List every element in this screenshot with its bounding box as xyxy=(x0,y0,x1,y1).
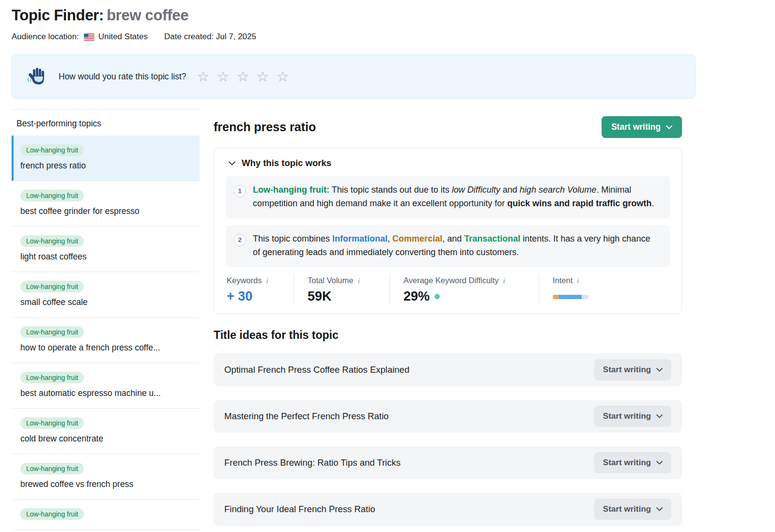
low-hanging-fruit-badge: Low-hanging fruit xyxy=(20,508,84,520)
topic-item-cold-brew-concentrate[interactable]: Low-hanging fruit cold brew concentrate xyxy=(12,409,200,454)
content-columns: Best-performing topics Low-hanging fruit… xyxy=(12,109,696,532)
topic-detail-title: french press ratio xyxy=(214,120,316,134)
topic-detail-panel: french press ratio Start writing Why thi… xyxy=(200,109,696,532)
audience-location-value: United States xyxy=(98,32,148,42)
page-title-query: brew coffee xyxy=(107,7,188,24)
low-hanging-fruit-badge: Low-hanging fruit xyxy=(20,235,84,247)
why-topic-works-header: Why this topic works xyxy=(226,158,670,168)
title-idea-row: Mastering the Perfect French Press Ratio… xyxy=(214,400,682,433)
rating-stars: ☆ ☆ ☆ ☆ ☆ xyxy=(197,70,289,84)
chevron-down-icon xyxy=(666,125,672,129)
start-writing-label: Start writing xyxy=(611,122,661,132)
stat-keywords-label: Keywords i xyxy=(227,276,282,285)
stat-intent-label: Intent i xyxy=(553,276,589,285)
title-idea-row: French Press Brewing: Ratio Tips and Tri… xyxy=(214,446,682,479)
intent-commercial-segment xyxy=(553,295,558,299)
low-hanging-fruit-badge: Low-hanging fruit xyxy=(20,190,84,201)
start-writing-idea-button[interactable]: Start writing xyxy=(594,359,671,380)
topic-item-brewed-vs-french-press[interactable]: Low-hanging fruit brewed coffee vs frenc… xyxy=(12,454,200,500)
chevron-down-icon xyxy=(656,507,663,511)
why-point-2-text: This topic combines Informational, Comme… xyxy=(253,232,659,259)
why-topic-works-title: Why this topic works xyxy=(242,158,331,168)
chevron-down-icon xyxy=(656,368,663,372)
topic-item-label: cold brew concentrate xyxy=(20,434,193,444)
rating-banner: How would you rate this topic list? ☆ ☆ … xyxy=(12,54,696,99)
chevron-down-icon xyxy=(656,461,663,465)
low-hanging-fruit-badge: Low-hanging fruit xyxy=(20,144,84,156)
intent-other-segment xyxy=(582,295,589,299)
low-hanging-fruit-badge: Low-hanging fruit xyxy=(20,372,84,383)
us-flag-icon xyxy=(84,33,94,41)
point-number-badge: 2 xyxy=(233,234,246,246)
topic-item-automatic-espresso-machine[interactable]: Low-hanging fruit best automatic espress… xyxy=(12,363,200,409)
title-idea-row: Finding Your Ideal French Press Ratio St… xyxy=(214,493,682,526)
topic-item-label: light roast coffees xyxy=(20,252,193,262)
title-ideas-heading: Title ideas for this topic xyxy=(214,329,682,342)
page-title-prefix: Topic Finder: xyxy=(12,7,104,24)
star-icon[interactable]: ☆ xyxy=(217,70,230,84)
star-icon[interactable]: ☆ xyxy=(237,70,249,84)
low-hanging-fruit-badge: Low-hanging fruit xyxy=(20,281,84,292)
start-writing-button[interactable]: Start writing xyxy=(602,116,682,138)
star-icon[interactable]: ☆ xyxy=(277,70,289,84)
stat-total-volume: Total Volume i 59K xyxy=(294,274,389,304)
stat-difficulty-label: Average Keyword Difficulty i xyxy=(403,276,527,285)
start-writing-label: Start writing xyxy=(603,411,651,421)
intent-distribution-bar xyxy=(553,295,589,299)
title-idea-row: Optimal French Press Coffee Ratios Expla… xyxy=(214,353,682,386)
difficulty-level-dot xyxy=(434,294,440,299)
title-idea-text: Finding Your Ideal French Press Ratio xyxy=(224,504,375,515)
waving-hand-icon xyxy=(27,66,46,87)
star-icon[interactable]: ☆ xyxy=(197,70,210,84)
collapse-chevron-icon[interactable] xyxy=(229,161,235,166)
stat-difficulty-value: 29% xyxy=(403,289,527,304)
topic-item-label: small coffee scale xyxy=(20,297,193,307)
audience-location-label: Audience location: xyxy=(12,32,79,42)
stat-keywords-value: + 30 xyxy=(227,289,282,304)
start-writing-idea-button[interactable]: Start writing xyxy=(594,499,671,520)
start-writing-idea-button[interactable]: Start writing xyxy=(594,406,671,427)
topic-item-best-coffee-grinder[interactable]: Low-hanging fruit best coffee grinder fo… xyxy=(12,181,200,227)
low-hanging-fruit-badge: Low-hanging fruit xyxy=(20,463,84,474)
topic-finder-page: Topic Finder:brew coffee Audience locati… xyxy=(12,0,696,532)
why-point-1-text: Low-hanging fruit: This topic stands out… xyxy=(253,183,659,211)
intent-informational-segment xyxy=(558,295,582,299)
topic-item-operate-french-press[interactable]: Low-hanging fruit how to operate a frenc… xyxy=(12,318,200,363)
page-title: Topic Finder:brew coffee xyxy=(12,7,696,24)
start-writing-idea-button[interactable]: Start writing xyxy=(594,452,671,473)
topic-item-label: brewed coffee vs french press xyxy=(20,479,193,489)
topics-sidebar: Best-performing topics Low-hanging fruit… xyxy=(12,109,200,530)
start-writing-label: Start writing xyxy=(603,504,651,514)
info-icon[interactable]: i xyxy=(577,277,579,285)
date-created: Date created: Jul 7, 2025 xyxy=(164,32,256,42)
stat-volume-label: Total Volume i xyxy=(308,276,378,285)
why-topic-works-card: Why this topic works 1 Low-hanging fruit… xyxy=(214,148,682,314)
start-writing-label: Start writing xyxy=(603,458,651,468)
rating-question: How would you rate this topic list? xyxy=(59,72,186,82)
start-writing-label: Start writing xyxy=(603,365,651,375)
stat-keywords: Keywords i + 30 xyxy=(226,274,294,304)
why-point-2: 2 This topic combines Informational, Com… xyxy=(226,225,670,267)
topic-item-french-press-ratio[interactable]: Low-hanging fruit french press ratio xyxy=(12,136,200,181)
topic-item-label: best coffee grinder for espresso xyxy=(20,206,193,216)
topic-item-small-coffee-scale[interactable]: Low-hanging fruit small coffee scale xyxy=(12,272,200,318)
topic-item-label: best automatic espresso machine u... xyxy=(20,388,193,398)
point-number-badge: 1 xyxy=(233,185,246,198)
stat-volume-value: 59K xyxy=(308,289,378,304)
sidebar-title: Best-performing topics xyxy=(12,110,200,136)
topic-item-label: how to operate a french press coffe... xyxy=(20,343,193,353)
info-icon[interactable]: i xyxy=(266,277,268,285)
topic-detail-header: french press ratio Start writing xyxy=(214,116,682,138)
chevron-down-icon xyxy=(656,414,663,418)
topic-stats-row: Keywords i + 30 Total Volume i 59K xyxy=(226,274,670,304)
topic-item-partial[interactable]: Low-hanging fruit xyxy=(12,500,200,530)
topic-item-label: french press ratio xyxy=(20,161,193,171)
topic-item-light-roast-coffees[interactable]: Low-hanging fruit light roast coffees xyxy=(12,227,200,272)
low-hanging-fruit-badge: Low-hanging fruit xyxy=(20,326,84,338)
star-icon[interactable]: ☆ xyxy=(257,70,269,84)
info-icon[interactable]: i xyxy=(357,277,359,285)
stat-intent: Intent i xyxy=(539,274,600,304)
stat-keyword-difficulty: Average Keyword Difficulty i 29% xyxy=(389,274,539,304)
info-icon[interactable]: i xyxy=(503,277,505,285)
title-idea-text: Optimal French Press Coffee Ratios Expla… xyxy=(224,365,409,375)
